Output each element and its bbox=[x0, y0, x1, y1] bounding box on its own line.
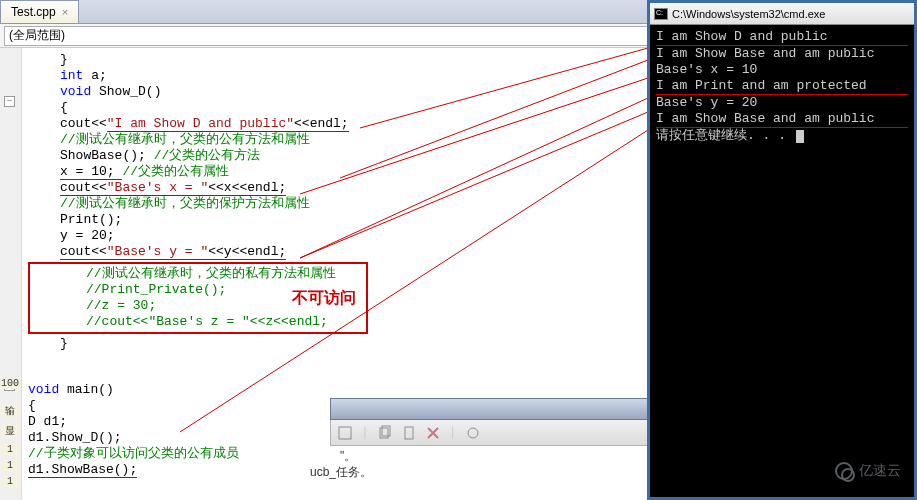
svg-rect-3 bbox=[405, 427, 413, 439]
delete-icon[interactable] bbox=[425, 425, 441, 441]
callout-label: 不可访问 bbox=[292, 290, 356, 306]
side-num: 1 bbox=[1, 460, 19, 471]
watermark-icon bbox=[835, 462, 853, 480]
paste-icon[interactable] bbox=[401, 425, 417, 441]
tab-label: Test.cpp bbox=[11, 5, 56, 19]
console-line: Base's y = 20 bbox=[656, 95, 908, 111]
panel-header[interactable] bbox=[330, 398, 650, 420]
side-label: 输 bbox=[1, 404, 19, 418]
tool-icon[interactable] bbox=[465, 425, 481, 441]
bp-text: ucb_任务。 bbox=[310, 464, 372, 481]
scope-global-label: (全局范围) bbox=[9, 27, 65, 44]
bottom-panel: | | bbox=[330, 398, 650, 446]
watermark: 亿速云 bbox=[835, 462, 901, 480]
console-line: I am Print and am protected bbox=[656, 78, 908, 95]
copy-icon[interactable] bbox=[377, 425, 393, 441]
panel-toolbar: | | bbox=[330, 420, 650, 446]
cmd-icon bbox=[654, 8, 668, 20]
console-title: C:\Windows\system32\cmd.exe bbox=[672, 8, 825, 20]
private-access-box: //测试公有继承时，父类的私有方法和属性 //Print_Private(); … bbox=[28, 262, 368, 334]
console-line: I am Show Base and am public bbox=[656, 111, 908, 128]
console-line: Base's x = 10 bbox=[656, 62, 908, 78]
collapse-icon[interactable]: − bbox=[4, 96, 15, 107]
cursor-icon bbox=[796, 130, 804, 143]
line-marker: 100 bbox=[1, 378, 19, 389]
close-icon[interactable]: × bbox=[62, 6, 68, 18]
watermark-text: 亿速云 bbox=[859, 462, 901, 480]
gutter: − − 100 输 显 1 1 1 bbox=[0, 48, 22, 500]
file-tab[interactable]: Test.cpp × bbox=[0, 0, 79, 23]
console-body: I am Show D and public I am Show Base an… bbox=[650, 25, 914, 148]
side-num: 1 bbox=[1, 444, 19, 455]
console-line: I am Show Base and am public bbox=[656, 46, 908, 62]
save-icon[interactable] bbox=[337, 425, 353, 441]
console-continue: 请按任意键继续. . . bbox=[656, 128, 908, 144]
svg-rect-0 bbox=[339, 427, 351, 439]
side-label: 显 bbox=[1, 424, 19, 438]
svg-point-4 bbox=[468, 428, 478, 438]
console-line: I am Show D and public bbox=[656, 29, 908, 46]
bp-text: "。 bbox=[340, 448, 356, 465]
side-num: 1 bbox=[1, 476, 19, 487]
console-window: C:\Windows\system32\cmd.exe I am Show D … bbox=[647, 0, 917, 500]
console-title-bar[interactable]: C:\Windows\system32\cmd.exe bbox=[650, 3, 914, 25]
